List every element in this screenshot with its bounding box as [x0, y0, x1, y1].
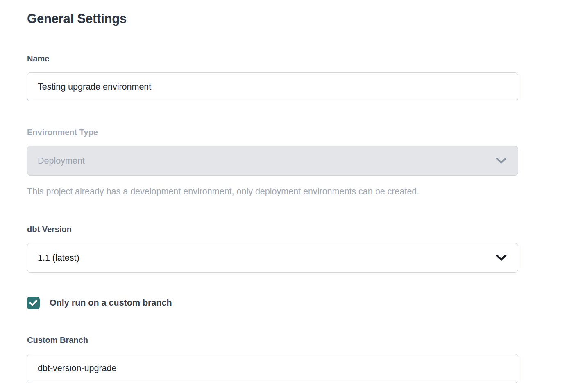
chevron-down-icon	[496, 255, 507, 261]
chevron-down-icon	[496, 158, 507, 164]
environment-type-helper-text: This project already has a development e…	[27, 186, 518, 197]
environment-type-select: Deployment	[27, 146, 518, 176]
page-title: General Settings	[27, 11, 518, 27]
dbt-version-label: dbt Version	[27, 225, 518, 234]
dbt-version-field-group: dbt Version 1.1 (latest)	[27, 225, 518, 273]
environment-type-value: Deployment	[38, 156, 85, 166]
custom-branch-checkbox-label[interactable]: Only run on a custom branch	[50, 298, 172, 308]
name-input[interactable]	[27, 72, 518, 101]
custom-branch-field-group: Custom Branch	[27, 336, 518, 383]
name-field-label: Name	[27, 54, 518, 63]
dbt-version-value: 1.1 (latest)	[38, 253, 79, 263]
name-field-group: Name	[27, 54, 518, 101]
environment-type-field-group: Environment Type Deployment This project…	[27, 128, 518, 197]
custom-branch-toggle-row: Only run on a custom branch	[27, 297, 518, 309]
custom-branch-input[interactable]	[27, 354, 518, 383]
environment-type-label: Environment Type	[27, 128, 518, 137]
custom-branch-checkbox[interactable]	[27, 297, 40, 309]
check-icon	[29, 300, 38, 306]
general-settings-panel: General Settings Name Environment Type D…	[0, 0, 576, 383]
dbt-version-select[interactable]: 1.1 (latest)	[27, 243, 518, 273]
custom-branch-label: Custom Branch	[27, 336, 518, 345]
